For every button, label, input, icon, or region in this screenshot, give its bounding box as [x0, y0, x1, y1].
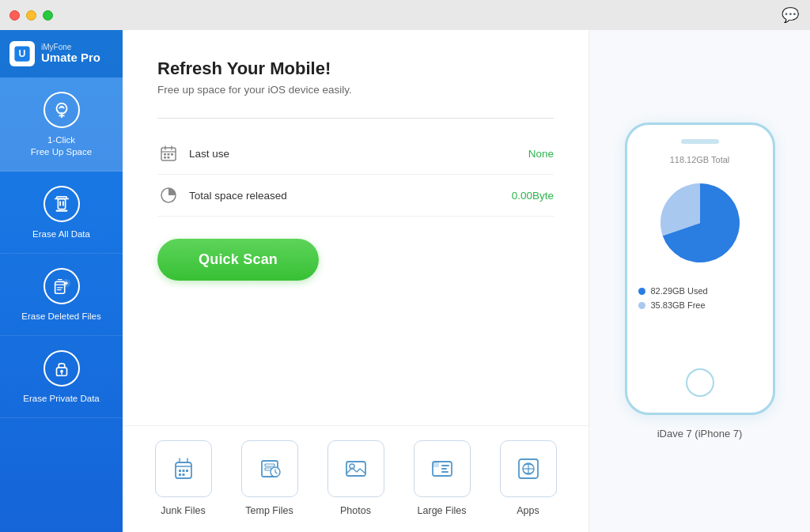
logo-icon: U — [9, 41, 35, 66]
svg-rect-23 — [179, 474, 181, 476]
svg-rect-21 — [182, 470, 184, 472]
svg-rect-20 — [179, 470, 181, 472]
calendar-icon — [157, 142, 180, 164]
sidebar-item-one-click[interactable]: 1-ClickFree Up Space — [0, 77, 123, 172]
junk-files-label: Junk Files — [161, 505, 205, 516]
storage-legend: 82.29GB Used 35.83GB Free — [638, 286, 762, 310]
svg-rect-33 — [441, 468, 447, 470]
total-space-row: Total space released 0.00Byte — [157, 175, 554, 217]
phone-home-button — [686, 368, 714, 397]
svg-rect-17 — [168, 157, 170, 159]
total-space-label: Total space released — [189, 190, 512, 202]
app-container: U iMyFone Umate Pro 1-ClickFree Up Space — [0, 30, 810, 532]
sidebar: U iMyFone Umate Pro 1-ClickFree Up Space — [0, 30, 123, 532]
phone-panel: 118.12GB Total — [589, 30, 810, 532]
titlebar: 💬 — [0, 0, 810, 30]
svg-rect-15 — [171, 153, 173, 156]
pie-icon — [157, 184, 180, 206]
storage-pie-chart — [653, 175, 748, 270]
file-type-junk[interactable]: Junk Files — [146, 440, 220, 516]
used-label: 82.29GB Used — [651, 286, 708, 296]
photos-icon-box — [327, 440, 384, 497]
product-name: Umate Pro — [41, 51, 100, 65]
svg-rect-16 — [164, 157, 166, 159]
file-types-bar: Junk Files — [123, 425, 589, 532]
file-type-photos[interactable]: Photos — [319, 440, 392, 516]
apps-icon-box — [500, 440, 557, 497]
free-dot — [638, 302, 645, 309]
divider — [157, 118, 554, 119]
sidebar-item-erase-private-label: Erase Private Data — [23, 393, 100, 405]
brand-name: iMyFone — [41, 43, 100, 51]
quick-scan-button[interactable]: Quick Scan — [157, 239, 319, 281]
close-button[interactable] — [9, 10, 20, 21]
maximize-button[interactable] — [43, 10, 53, 21]
total-space-value: 0.00Byte — [512, 190, 554, 202]
erase-deleted-icon — [44, 268, 80, 304]
svg-rect-24 — [182, 474, 184, 476]
erase-private-icon — [44, 350, 80, 387]
page-title: Refresh Your Mobile! — [157, 58, 554, 79]
sidebar-item-erase-deleted-label: Erase Deleted Files — [21, 311, 100, 323]
junk-files-icon-box — [155, 440, 212, 497]
large-files-icon-box — [414, 440, 471, 497]
main-content: Refresh Your Mobile! Free up space for y… — [123, 30, 810, 532]
temp-files-icon-box — [241, 440, 298, 497]
svg-text:U: U — [19, 48, 26, 59]
free-label: 35.83GB Free — [651, 300, 706, 310]
sidebar-logo: U iMyFone Umate Pro — [0, 30, 123, 77]
content-area: Refresh Your Mobile! Free up space for y… — [123, 30, 589, 425]
storage-total-label: 118.12GB Total — [670, 155, 730, 164]
svg-rect-6 — [62, 201, 63, 206]
sidebar-item-erase-private[interactable]: Erase Private Data — [0, 336, 123, 418]
phone-frame: 118.12GB Total — [625, 123, 775, 415]
file-type-large[interactable]: Large Files — [405, 440, 479, 516]
photos-label: Photos — [340, 505, 371, 516]
svg-point-2 — [56, 104, 66, 114]
svg-rect-32 — [441, 465, 449, 466]
erase-all-icon — [44, 186, 80, 222]
svg-rect-29 — [346, 462, 365, 476]
svg-rect-22 — [186, 470, 188, 472]
svg-rect-26 — [265, 464, 274, 466]
legend-used: 82.29GB Used — [638, 286, 762, 296]
sidebar-item-erase-all-label: Erase All Data — [32, 228, 90, 240]
large-files-label: Large Files — [418, 505, 467, 516]
file-type-temp[interactable]: Temp Files — [233, 440, 306, 516]
one-click-icon — [44, 92, 80, 128]
svg-rect-13 — [164, 153, 166, 156]
minimize-button[interactable] — [26, 10, 36, 21]
logo-text: iMyFone Umate Pro — [41, 43, 100, 65]
legend-free: 35.83GB Free — [638, 300, 762, 310]
last-use-label: Last use — [189, 148, 528, 160]
svg-rect-4 — [58, 198, 65, 209]
temp-files-label: Temp Files — [245, 505, 293, 516]
sidebar-item-one-click-label: 1-ClickFree Up Space — [31, 134, 92, 158]
apps-label: Apps — [517, 505, 539, 516]
device-name: iDave 7 (iPhone 7) — [657, 428, 743, 440]
svg-rect-34 — [441, 471, 449, 473]
svg-rect-14 — [168, 153, 170, 156]
file-type-apps[interactable]: Apps — [491, 440, 565, 516]
page-subtitle: Free up space for your iOS device easily… — [157, 84, 554, 96]
last-use-value: None — [528, 148, 554, 160]
last-use-row: Last use None — [157, 133, 554, 175]
chat-icon[interactable]: 💬 — [782, 6, 799, 24]
svg-rect-5 — [59, 201, 61, 206]
sidebar-item-erase-all[interactable]: Erase All Data — [0, 172, 123, 254]
svg-rect-7 — [55, 209, 67, 211]
phone-speaker — [681, 139, 719, 144]
used-dot — [638, 288, 645, 295]
sidebar-item-erase-deleted[interactable]: Erase Deleted Files — [0, 254, 123, 336]
